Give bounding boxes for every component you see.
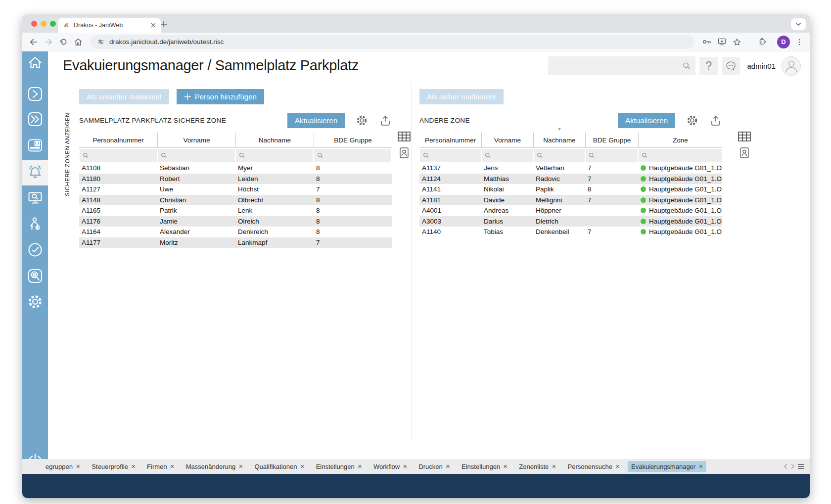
close-icon[interactable]: ✕ bbox=[446, 464, 450, 469]
scroll-tabs-left-icon[interactable] bbox=[784, 463, 788, 469]
table-row[interactable]: A1140TobiasDenkenbeil7Hauptgebäude G01_1… bbox=[419, 227, 722, 237]
filter-input-nachname[interactable] bbox=[247, 151, 310, 160]
column-chooser-icon[interactable] bbox=[738, 132, 751, 141]
column-chooser-icon[interactable] bbox=[398, 132, 411, 141]
bookmark-star-icon[interactable] bbox=[732, 37, 742, 47]
browser-tab[interactable]: Drakos - JaniWeb bbox=[58, 18, 161, 33]
column-header-personalnummer[interactable]: Personalnummer bbox=[419, 133, 481, 147]
close-icon[interactable]: ✕ bbox=[358, 464, 362, 469]
table-row[interactable]: A1176JamieOlreich8 bbox=[79, 216, 392, 227]
help-button[interactable]: ? bbox=[699, 57, 718, 75]
close-icon[interactable]: ✕ bbox=[503, 464, 508, 469]
sidebar-item-start[interactable] bbox=[24, 83, 46, 105]
site-info-icon[interactable] bbox=[96, 38, 105, 46]
filter-input-personalnummer[interactable] bbox=[91, 151, 154, 160]
tab-evakuierungsmanager[interactable]: Evakuierungsmanager✕ bbox=[628, 461, 706, 472]
sidebar-item-search-records[interactable] bbox=[24, 265, 46, 287]
tab-search-chevron-icon[interactable] bbox=[791, 18, 806, 30]
close-icon[interactable]: ✕ bbox=[131, 464, 136, 469]
tab-egruppen[interactable]: egruppen✕ bbox=[42, 461, 84, 472]
close-icon[interactable]: ✕ bbox=[170, 464, 175, 469]
close-window-button[interactable] bbox=[31, 21, 37, 27]
reload-icon[interactable] bbox=[58, 37, 69, 47]
filter-input-nachname[interactable] bbox=[545, 151, 582, 160]
table-settings-icon[interactable] bbox=[686, 114, 699, 127]
column-header-vorname[interactable]: Vorname bbox=[157, 133, 235, 147]
password-key-icon[interactable] bbox=[701, 37, 712, 47]
sidebar-item-home[interactable] bbox=[24, 52, 46, 74]
tab-personensuche[interactable]: Personensuche✕ bbox=[564, 461, 624, 472]
install-app-icon[interactable] bbox=[717, 37, 727, 47]
global-search-input[interactable] bbox=[553, 61, 683, 70]
close-icon[interactable]: ✕ bbox=[238, 464, 243, 469]
close-icon[interactable]: ✕ bbox=[403, 464, 407, 469]
global-search[interactable] bbox=[548, 56, 695, 75]
search-icon[interactable] bbox=[683, 62, 691, 70]
table-row[interactable]: A3003DariusDietrichHauptgebäude G01_1.OG bbox=[419, 216, 722, 227]
close-icon[interactable]: ✕ bbox=[698, 464, 703, 469]
minimize-window-button[interactable] bbox=[41, 21, 46, 27]
new-tab-icon[interactable] bbox=[159, 19, 169, 29]
column-header-nachname[interactable]: Nachname bbox=[235, 133, 314, 147]
avatar[interactable] bbox=[782, 56, 801, 76]
back-icon[interactable] bbox=[28, 37, 39, 47]
browser-menu-icon[interactable] bbox=[795, 38, 804, 46]
table-row[interactable]: A1177MoritzLankmapf7 bbox=[79, 237, 392, 248]
filter-input-bde-gruppe[interactable] bbox=[597, 151, 635, 160]
scroll-tabs-right-icon[interactable] bbox=[790, 463, 795, 469]
tab-drucken[interactable]: Drucken✕ bbox=[415, 461, 454, 472]
filter-input-personalnummer[interactable] bbox=[431, 151, 478, 160]
column-header-vorname[interactable]: Vorname bbox=[481, 133, 533, 147]
tab-zonenliste[interactable]: Zonenliste✕ bbox=[515, 461, 559, 472]
column-header-zone[interactable]: Zone bbox=[638, 133, 722, 147]
table-row[interactable]: A1127UweHöchst7 bbox=[79, 184, 392, 195]
table-row[interactable]: A1164AlexanderDenkreich8 bbox=[79, 227, 392, 237]
chat-button[interactable] bbox=[722, 57, 740, 75]
filter-input-vorname[interactable] bbox=[493, 151, 530, 160]
tab-einstellungen[interactable]: Einstellungen✕ bbox=[313, 461, 366, 472]
tab-close-icon[interactable] bbox=[151, 23, 156, 28]
tab-einstellungen[interactable]: Einstellungen✕ bbox=[458, 461, 511, 472]
sidebar-item-personnel[interactable] bbox=[24, 135, 46, 156]
refresh-safe-button[interactable]: Aktualisieren bbox=[287, 113, 345, 128]
close-icon[interactable]: ✕ bbox=[76, 464, 80, 469]
tab-steuerprofile[interactable]: Steuerprofile✕ bbox=[88, 461, 139, 472]
forward-icon[interactable] bbox=[43, 37, 54, 47]
show-safe-zones-toggle[interactable]: SICHERE ZONEN ANZEIGEN bbox=[64, 105, 70, 196]
sidebar-item-monitoring[interactable] bbox=[24, 187, 46, 209]
export-icon[interactable] bbox=[379, 114, 392, 127]
sidebar-item-time[interactable] bbox=[24, 239, 46, 261]
tab-massenänderung[interactable]: Massenänderung✕ bbox=[183, 461, 247, 472]
mark-unsafe-button[interactable]: Als unsicher makieren! bbox=[79, 89, 169, 104]
sidebar-item-visitors[interactable] bbox=[24, 213, 46, 235]
person-details-icon[interactable] bbox=[400, 147, 409, 158]
export-icon[interactable] bbox=[709, 114, 722, 127]
filter-input-vorname[interactable] bbox=[169, 151, 232, 160]
filter-input-bde-gruppe[interactable] bbox=[325, 151, 388, 160]
sidebar-item-forward[interactable] bbox=[24, 108, 46, 130]
column-header-nachname[interactable]: Nachname▾ bbox=[533, 133, 585, 147]
person-details-icon[interactable] bbox=[740, 147, 749, 158]
close-icon[interactable]: ✕ bbox=[300, 464, 304, 469]
extensions-icon[interactable] bbox=[757, 37, 767, 47]
tab-workflow[interactable]: Workflow✕ bbox=[370, 461, 411, 472]
table-row[interactable]: A1124MatthiasRadovic7Hauptgebäude G01_1.… bbox=[419, 174, 722, 184]
sidebar-item-alarms[interactable] bbox=[22, 160, 48, 185]
zoom-window-button[interactable] bbox=[50, 21, 56, 27]
tab-firmen[interactable]: Firmen✕ bbox=[143, 461, 178, 472]
mark-safe-button[interactable]: Als sicher markieren! bbox=[419, 89, 504, 104]
table-row[interactable]: A1137JensVetterhan7Hauptgebäude G01_1.OG bbox=[419, 163, 722, 174]
close-icon[interactable]: ✕ bbox=[552, 464, 556, 469]
tab-list-icon[interactable] bbox=[797, 463, 805, 469]
column-header-bde-gruppe[interactable]: BDE Gruppe bbox=[314, 133, 392, 147]
address-bar[interactable]: drakos.janicloud.de/janiweb/outest.risc bbox=[91, 35, 694, 49]
tab-qualifikationen[interactable]: Qualifikationen✕ bbox=[251, 461, 308, 472]
table-row[interactable]: A1165PatrikLenk8 bbox=[79, 205, 392, 216]
sidebar-item-settings[interactable] bbox=[24, 291, 46, 313]
table-row[interactable]: A4001AndreasHöppnerHauptgebäude G01_1.OG bbox=[419, 205, 722, 216]
close-icon[interactable]: ✕ bbox=[615, 464, 620, 469]
column-header-personalnummer[interactable]: Personalnummer bbox=[79, 133, 157, 147]
column-header-bde-gruppe[interactable]: BDE Gruppe bbox=[585, 133, 638, 147]
table-row[interactable]: A1181DavideMelligrini7Hauptgebäude G01_1… bbox=[419, 195, 722, 206]
table-settings-icon[interactable] bbox=[355, 114, 369, 127]
